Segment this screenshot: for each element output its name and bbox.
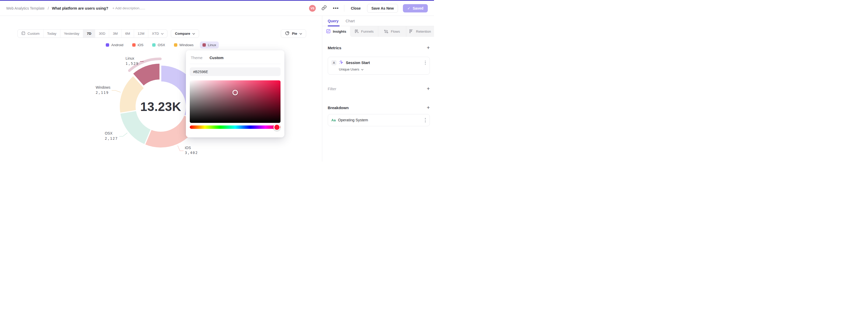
- compare-button[interactable]: Compare: [171, 29, 199, 38]
- share-link-button[interactable]: [321, 5, 328, 12]
- range-3m[interactable]: 3M: [109, 30, 122, 38]
- flows-icon: [384, 29, 389, 34]
- legend-item-ios[interactable]: iOS: [130, 41, 146, 49]
- sidebar-tabs: Query Chart: [322, 16, 434, 26]
- property-type-badge: Aa: [331, 118, 336, 122]
- pie-label-ios: iOS3,402: [185, 146, 198, 155]
- check-icon: ✓: [407, 6, 410, 10]
- metric-event-name[interactable]: Session Start: [346, 61, 370, 65]
- hue-gradient-bar[interactable]: [190, 126, 281, 129]
- more-options-button[interactable]: •••: [332, 5, 339, 12]
- color-picker-tabs: Theme Custom: [190, 56, 281, 64]
- page-title[interactable]: What platform are users using?: [52, 6, 108, 10]
- leader-line: [119, 133, 127, 136]
- metrics-heading: Metrics: [328, 45, 341, 50]
- breakdown-card[interactable]: Aa Operating System: [328, 114, 430, 126]
- pie-label-value: 2,127: [105, 136, 118, 140]
- view-flows[interactable]: Flows: [378, 26, 406, 37]
- insights-icon: [326, 29, 331, 34]
- chart-total-value: 13.23K: [140, 100, 181, 114]
- date-range-segmented-control: Custom Today Yesterday 7D 30D 3M 6M 12M …: [18, 29, 167, 38]
- range-6m[interactable]: 6M: [122, 30, 134, 38]
- chart-type-button[interactable]: Pie: [281, 29, 306, 38]
- legend-item-osx[interactable]: OSX: [150, 41, 168, 49]
- add-description-button[interactable]: + Add description......: [113, 6, 145, 10]
- range-today[interactable]: Today: [43, 30, 60, 38]
- filter-heading: Filter: [328, 87, 336, 91]
- tab-query[interactable]: Query: [328, 19, 339, 23]
- view-insights[interactable]: Insights: [322, 26, 350, 37]
- header: Web Analytics Template / What platform a…: [0, 1, 434, 16]
- pie-label-osx: OSX2,127: [105, 131, 118, 140]
- analysis-view-tabs: Insights Funnels: [322, 26, 434, 37]
- saturation-value-area[interactable]: [190, 80, 281, 123]
- range-yesterday[interactable]: Yesterday: [60, 30, 84, 38]
- app-window: Web Analytics Template / What platform a…: [0, 0, 434, 162]
- filter-section-header: Filter +: [328, 86, 430, 91]
- metric-menu-button[interactable]: [425, 60, 427, 66]
- tab-custom[interactable]: Custom: [210, 56, 223, 60]
- active-tab-underline: [328, 25, 340, 27]
- range-7d[interactable]: 7D: [83, 30, 95, 38]
- saved-button-label: Saved: [413, 6, 423, 10]
- hue-slider-handle[interactable]: [274, 124, 280, 131]
- range-custom[interactable]: Custom: [18, 30, 43, 38]
- metrics-section-header: Metrics +: [328, 45, 430, 50]
- breadcrumb[interactable]: Web Analytics Template: [6, 6, 44, 10]
- range-30d[interactable]: 30D: [95, 30, 109, 38]
- add-filter-button[interactable]: +: [427, 86, 430, 91]
- view-funnels[interactable]: Funnels: [350, 26, 378, 37]
- link-icon: [321, 5, 327, 11]
- pie-label-value: 2,119: [96, 91, 111, 95]
- legend-swatch: [132, 43, 135, 47]
- click-event-icon: [339, 60, 343, 66]
- legend-swatch: [152, 43, 156, 47]
- legend-item-android[interactable]: Android: [103, 41, 126, 49]
- chevron-down-icon: [361, 67, 364, 71]
- range-12m[interactable]: 12M: [134, 30, 148, 38]
- add-metric-button[interactable]: +: [427, 45, 430, 50]
- pie-label-name: Linux: [125, 56, 139, 61]
- save-as-new-button[interactable]: Save As New: [367, 4, 398, 13]
- pie-label-value: 3,402: [185, 151, 198, 155]
- pie-slice-osx[interactable]: [120, 110, 151, 144]
- range-xtd[interactable]: XTD: [148, 30, 167, 38]
- leader-line: [178, 146, 184, 151]
- close-button[interactable]: Close: [349, 4, 362, 12]
- pie-label-name: Windows: [96, 85, 111, 90]
- chevron-down-icon: [300, 32, 302, 35]
- legend-item-linux[interactable]: Linux: [200, 41, 219, 49]
- legend-item-windows[interactable]: Windows: [172, 41, 196, 49]
- add-breakdown-button[interactable]: +: [427, 105, 430, 110]
- pie-label-value: 1,529: [125, 61, 139, 66]
- color-picker-popup: Theme Custom #B2596E: [186, 50, 284, 137]
- tab-theme[interactable]: Theme: [191, 56, 203, 60]
- pie-label-name: OSX: [105, 131, 118, 136]
- query-builder: Metrics + A Session Start: [322, 37, 434, 126]
- range-label: Custom: [28, 32, 40, 35]
- measure-dropdown[interactable]: Unique Users: [339, 67, 426, 71]
- view-retention[interactable]: Retention: [406, 26, 434, 37]
- breakdown-menu-button[interactable]: [425, 118, 427, 123]
- color-cursor[interactable]: [232, 90, 238, 95]
- chart-legend: Android iOS OSX Windows Linux: [0, 41, 322, 49]
- legend-swatch: [203, 43, 206, 47]
- ellipsis-icon: •••: [333, 6, 339, 11]
- date-range-toolbar: Custom Today Yesterday 7D 30D 3M 6M 12M …: [18, 29, 199, 38]
- pie-label-windows: Windows2,119: [96, 85, 111, 95]
- avatar[interactable]: VS: [309, 5, 316, 12]
- hex-color-input[interactable]: #B2596E: [190, 67, 281, 76]
- retention-icon: [409, 29, 413, 34]
- pie-label-name: iOS: [185, 146, 198, 150]
- hue-slider: [190, 124, 281, 131]
- tab-chart[interactable]: Chart: [346, 19, 355, 23]
- leader-line: [112, 91, 121, 92]
- breakdown-property-name[interactable]: Operating System: [338, 118, 368, 122]
- pie-chart-icon: [285, 31, 289, 36]
- metric-card[interactable]: A Session Start Unique Users: [328, 57, 430, 75]
- pie-label-linux: Linux1,529: [125, 56, 139, 66]
- calendar-icon: [21, 31, 25, 36]
- chevron-down-icon: [192, 32, 195, 35]
- saved-button[interactable]: ✓ Saved: [403, 4, 428, 12]
- query-sidebar: Query Chart Insights: [322, 16, 434, 162]
